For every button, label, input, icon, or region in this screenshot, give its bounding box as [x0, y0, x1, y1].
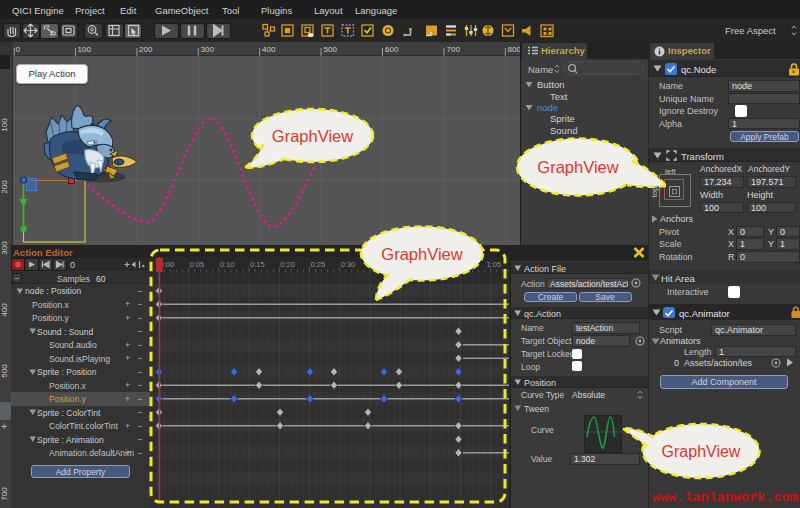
svg-text:0:10: 0:10	[220, 260, 235, 269]
svg-text:0:30: 0:30	[341, 260, 356, 269]
svg-text:0:40: 0:40	[401, 260, 416, 269]
svg-text:0: 0	[70, 260, 75, 270]
svg-text:1:05: 1:05	[487, 260, 502, 269]
svg-text:0:35: 0:35	[371, 260, 386, 269]
svg-text:0:20: 0:20	[280, 260, 295, 269]
svg-text:0:05: 0:05	[190, 260, 205, 269]
svg-text:Free Aspect: Free Aspect	[725, 25, 776, 36]
svg-text:0:15: 0:15	[250, 260, 265, 269]
svg-text:0:25: 0:25	[311, 260, 326, 269]
